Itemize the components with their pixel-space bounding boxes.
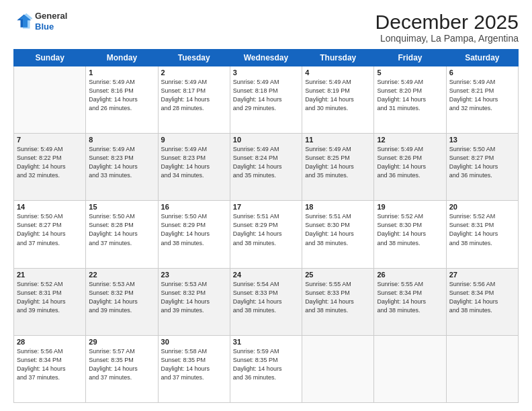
- day-number: 21: [17, 271, 83, 279]
- day-info: Sunrise: 5:50 AM Sunset: 8:28 PM Dayligh…: [89, 212, 154, 247]
- calendar-cell: 30Sunrise: 5:58 AM Sunset: 8:35 PM Dayli…: [158, 335, 230, 402]
- calendar-cell: 26Sunrise: 5:55 AM Sunset: 8:34 PM Dayli…: [374, 268, 446, 335]
- day-number: 13: [449, 136, 515, 144]
- day-number: 1: [89, 68, 154, 77]
- calendar-cell: 21Sunrise: 5:52 AM Sunset: 8:31 PM Dayli…: [14, 268, 86, 335]
- day-number: 23: [161, 271, 227, 279]
- day-info: Sunrise: 5:55 AM Sunset: 8:33 PM Dayligh…: [305, 280, 371, 315]
- calendar-cell: [374, 335, 446, 402]
- header: General Blue December 2025 Lonquimay, La…: [13, 11, 519, 44]
- day-info: Sunrise: 5:56 AM Sunset: 8:34 PM Dayligh…: [449, 280, 515, 315]
- calendar-cell: 14Sunrise: 5:50 AM Sunset: 8:27 PM Dayli…: [14, 201, 86, 268]
- day-number: 11: [305, 136, 371, 144]
- day-info: Sunrise: 5:50 AM Sunset: 8:27 PM Dayligh…: [449, 145, 515, 180]
- calendar-cell: [446, 335, 518, 402]
- calendar-cell: 2Sunrise: 5:49 AM Sunset: 8:17 PM Daylig…: [158, 66, 230, 134]
- day-number: 3: [233, 68, 299, 77]
- title-section: December 2025 Lonquimay, La Pampa, Argen…: [375, 11, 519, 44]
- calendar-cell: 19Sunrise: 5:52 AM Sunset: 8:30 PM Dayli…: [374, 201, 446, 268]
- calendar-cell: 17Sunrise: 5:51 AM Sunset: 8:29 PM Dayli…: [230, 201, 302, 268]
- calendar-cell: 1Sunrise: 5:49 AM Sunset: 8:16 PM Daylig…: [86, 66, 158, 134]
- day-number: 27: [449, 271, 515, 279]
- calendar-cell: 4Sunrise: 5:49 AM Sunset: 8:19 PM Daylig…: [302, 66, 374, 134]
- col-header-tuesday: Tuesday: [158, 50, 230, 66]
- day-info: Sunrise: 5:49 AM Sunset: 8:18 PM Dayligh…: [233, 78, 299, 113]
- day-number: 19: [377, 203, 443, 211]
- day-info: Sunrise: 5:52 AM Sunset: 8:30 PM Dayligh…: [377, 212, 443, 247]
- day-number: 14: [17, 203, 83, 211]
- logo-general: General: [35, 11, 67, 21]
- calendar-row-2: 7Sunrise: 5:49 AM Sunset: 8:22 PM Daylig…: [14, 134, 519, 201]
- day-number: 24: [233, 271, 299, 279]
- day-number: 12: [377, 136, 443, 144]
- day-info: Sunrise: 5:49 AM Sunset: 8:16 PM Dayligh…: [89, 78, 154, 113]
- day-info: Sunrise: 5:49 AM Sunset: 8:23 PM Dayligh…: [89, 145, 154, 180]
- logo-text: General Blue: [35, 11, 67, 32]
- calendar-cell: 6Sunrise: 5:49 AM Sunset: 8:21 PM Daylig…: [446, 66, 518, 134]
- day-info: Sunrise: 5:58 AM Sunset: 8:35 PM Dayligh…: [161, 347, 227, 382]
- day-number: 15: [89, 203, 154, 211]
- col-header-sunday: Sunday: [14, 50, 86, 66]
- day-number: 26: [377, 271, 443, 279]
- day-info: Sunrise: 5:59 AM Sunset: 8:35 PM Dayligh…: [233, 347, 299, 382]
- calendar-cell: 9Sunrise: 5:49 AM Sunset: 8:23 PM Daylig…: [158, 134, 230, 201]
- day-number: 28: [17, 338, 83, 346]
- day-number: 7: [17, 136, 83, 144]
- day-info: Sunrise: 5:53 AM Sunset: 8:32 PM Dayligh…: [161, 280, 227, 315]
- day-number: 2: [161, 68, 227, 77]
- calendar-cell: 27Sunrise: 5:56 AM Sunset: 8:34 PM Dayli…: [446, 268, 518, 335]
- calendar-cell: 16Sunrise: 5:50 AM Sunset: 8:29 PM Dayli…: [158, 201, 230, 268]
- calendar-cell: 7Sunrise: 5:49 AM Sunset: 8:22 PM Daylig…: [14, 134, 86, 201]
- calendar-cell: 28Sunrise: 5:56 AM Sunset: 8:34 PM Dayli…: [14, 335, 86, 402]
- day-info: Sunrise: 5:49 AM Sunset: 8:24 PM Dayligh…: [233, 145, 299, 180]
- day-number: 8: [89, 136, 154, 144]
- page: General Blue December 2025 Lonquimay, La…: [0, 0, 532, 411]
- day-info: Sunrise: 5:49 AM Sunset: 8:26 PM Dayligh…: [377, 145, 443, 180]
- col-header-thursday: Thursday: [302, 50, 374, 66]
- calendar-cell: [302, 335, 374, 402]
- day-number: 9: [161, 136, 227, 144]
- calendar-cell: 18Sunrise: 5:51 AM Sunset: 8:30 PM Dayli…: [302, 201, 374, 268]
- calendar-row-5: 28Sunrise: 5:56 AM Sunset: 8:34 PM Dayli…: [14, 335, 519, 402]
- day-info: Sunrise: 5:50 AM Sunset: 8:27 PM Dayligh…: [17, 212, 83, 247]
- calendar-cell: 15Sunrise: 5:50 AM Sunset: 8:28 PM Dayli…: [86, 201, 158, 268]
- calendar-cell: 5Sunrise: 5:49 AM Sunset: 8:20 PM Daylig…: [374, 66, 446, 134]
- calendar-cell: 22Sunrise: 5:53 AM Sunset: 8:32 PM Dayli…: [86, 268, 158, 335]
- day-info: Sunrise: 5:51 AM Sunset: 8:30 PM Dayligh…: [305, 212, 371, 247]
- day-number: 16: [161, 203, 227, 211]
- day-info: Sunrise: 5:51 AM Sunset: 8:29 PM Dayligh…: [233, 212, 299, 247]
- day-info: Sunrise: 5:55 AM Sunset: 8:34 PM Dayligh…: [377, 280, 443, 315]
- day-info: Sunrise: 5:49 AM Sunset: 8:23 PM Dayligh…: [161, 145, 227, 180]
- calendar-cell: 25Sunrise: 5:55 AM Sunset: 8:33 PM Dayli…: [302, 268, 374, 335]
- calendar-cell: 13Sunrise: 5:50 AM Sunset: 8:27 PM Dayli…: [446, 134, 518, 201]
- calendar-cell: 29Sunrise: 5:57 AM Sunset: 8:35 PM Dayli…: [86, 335, 158, 402]
- day-number: 18: [305, 203, 371, 211]
- logo-blue: Blue: [35, 21, 67, 32]
- day-info: Sunrise: 5:52 AM Sunset: 8:31 PM Dayligh…: [449, 212, 515, 247]
- col-header-friday: Friday: [374, 50, 446, 66]
- calendar-cell: 20Sunrise: 5:52 AM Sunset: 8:31 PM Dayli…: [446, 201, 518, 268]
- day-number: 20: [449, 203, 515, 211]
- logo-icon: [13, 12, 32, 31]
- calendar-cell: 23Sunrise: 5:53 AM Sunset: 8:32 PM Dayli…: [158, 268, 230, 335]
- calendar-cell: [14, 66, 86, 134]
- calendar-cell: 10Sunrise: 5:49 AM Sunset: 8:24 PM Dayli…: [230, 134, 302, 201]
- day-number: 17: [233, 203, 299, 211]
- location: Lonquimay, La Pampa, Argentina: [375, 33, 519, 44]
- day-info: Sunrise: 5:52 AM Sunset: 8:31 PM Dayligh…: [17, 280, 83, 315]
- day-number: 29: [89, 338, 154, 346]
- month-title: December 2025: [375, 11, 519, 33]
- day-number: 22: [89, 271, 154, 279]
- day-info: Sunrise: 5:49 AM Sunset: 8:21 PM Dayligh…: [449, 78, 515, 113]
- calendar-row-1: 1Sunrise: 5:49 AM Sunset: 8:16 PM Daylig…: [14, 66, 519, 134]
- calendar: SundayMondayTuesdayWednesdayThursdayFrid…: [13, 49, 519, 403]
- calendar-row-3: 14Sunrise: 5:50 AM Sunset: 8:27 PM Dayli…: [14, 201, 519, 268]
- day-info: Sunrise: 5:49 AM Sunset: 8:20 PM Dayligh…: [377, 78, 443, 113]
- day-number: 6: [449, 68, 515, 77]
- day-info: Sunrise: 5:54 AM Sunset: 8:33 PM Dayligh…: [233, 280, 299, 315]
- day-info: Sunrise: 5:53 AM Sunset: 8:32 PM Dayligh…: [89, 280, 154, 315]
- calendar-cell: 8Sunrise: 5:49 AM Sunset: 8:23 PM Daylig…: [86, 134, 158, 201]
- day-number: 30: [161, 338, 227, 346]
- day-number: 10: [233, 136, 299, 144]
- col-header-wednesday: Wednesday: [230, 50, 302, 66]
